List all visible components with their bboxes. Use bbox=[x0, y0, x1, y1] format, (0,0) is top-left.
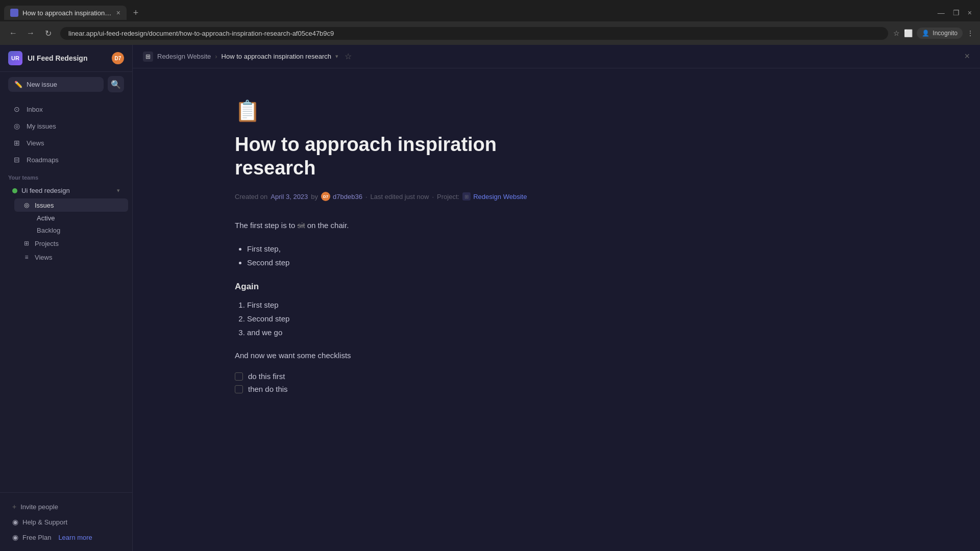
document-meta: Created on April 3, 2023 by D7 d7bdeb36 … bbox=[235, 192, 582, 201]
team-item-ui-feed[interactable]: Ui feed redesign ▾ bbox=[4, 183, 128, 198]
workspace-avatar: UR bbox=[8, 51, 22, 65]
main-content: ⊞ Redesign Website › How to approach ins… bbox=[133, 45, 980, 551]
sidebar-item-team-views[interactable]: ≡ Views bbox=[14, 251, 128, 264]
my-issues-label: My issues bbox=[27, 122, 56, 130]
sidebar-item-projects[interactable]: ⊞ Projects bbox=[14, 237, 128, 250]
ordered-item-3: and we go bbox=[247, 325, 582, 339]
backlog-label: Backlog bbox=[37, 227, 60, 234]
forward-button[interactable]: → bbox=[23, 26, 38, 40]
meta-separator-2: · bbox=[432, 193, 434, 201]
document-header: ⊞ Redesign Website › How to approach ins… bbox=[133, 45, 980, 68]
team-sub-nav: ◎ Issues Active Backlog ⊞ Projects ≡ Vie… bbox=[10, 198, 132, 264]
help-support-button[interactable]: ◉ Help & Support bbox=[4, 514, 128, 530]
sidebar-item-active[interactable]: Active bbox=[14, 212, 128, 224]
search-button[interactable]: 🔍 bbox=[108, 76, 124, 92]
project-label: Project: bbox=[437, 193, 459, 201]
inbox-icon: ⊙ bbox=[12, 105, 21, 114]
strikethrough-text: sit bbox=[298, 221, 305, 230]
learn-more-link[interactable]: Learn more bbox=[58, 534, 92, 541]
breadcrumb-current: How to approach inspiration research bbox=[222, 53, 331, 60]
sidebar-item-inbox[interactable]: ⊙ Inbox bbox=[4, 101, 128, 117]
sidebar: UR UI Feed Redesign D7 ✏️ New issue 🔍 ⊙ … bbox=[0, 45, 133, 551]
author-handle: d7bdeb36 bbox=[333, 193, 362, 201]
sidebar-actions: ✏️ New issue 🔍 bbox=[0, 72, 132, 96]
extensions-icon[interactable]: ⬜ bbox=[904, 29, 913, 37]
breadcrumb-separator: › bbox=[215, 53, 217, 60]
window-close-button[interactable]: × bbox=[968, 9, 972, 17]
team-name: Ui feed redesign bbox=[21, 187, 70, 194]
sidebar-bottom: + Invite people ◉ Help & Support ◉ Free … bbox=[0, 492, 132, 551]
address-bar: ← → ↻ linear.app/ui-feed-redesign/docume… bbox=[0, 21, 980, 45]
document-body: 📋 How to approach inspiration research C… bbox=[133, 68, 643, 551]
sidebar-item-issues[interactable]: ◎ Issues bbox=[14, 198, 128, 212]
back-button[interactable]: ← bbox=[6, 26, 20, 40]
free-plan-label: Free Plan bbox=[22, 534, 51, 541]
free-plan-icon: ◉ bbox=[12, 533, 18, 541]
author-avatar: D7 bbox=[321, 192, 330, 201]
sidebar-item-my-issues[interactable]: ◎ My issues bbox=[4, 118, 128, 134]
document-title: How to approach inspiration research bbox=[235, 133, 582, 180]
browser-more-button[interactable]: ⋮ bbox=[967, 29, 974, 37]
minimize-button[interactable]: — bbox=[938, 9, 945, 17]
new-tab-button[interactable]: + bbox=[129, 6, 143, 20]
help-label: Help & Support bbox=[22, 518, 67, 526]
tab-title: How to approach inspiration res... bbox=[22, 9, 112, 17]
sidebar-item-backlog[interactable]: Backlog bbox=[14, 224, 128, 236]
doc-header-project-icon: ⊞ bbox=[143, 52, 153, 62]
sidebar-item-views[interactable]: ⊞ Views bbox=[4, 135, 128, 151]
browser-chrome: How to approach inspiration res... × + —… bbox=[0, 0, 980, 45]
maximize-button[interactable]: ❐ bbox=[953, 9, 960, 17]
invite-icon: + bbox=[12, 503, 16, 511]
bookmark-icon[interactable]: ☆ bbox=[893, 29, 900, 37]
your-teams-label: Your teams bbox=[0, 168, 132, 183]
checkbox-1[interactable] bbox=[235, 372, 243, 381]
team-status-dot bbox=[12, 188, 17, 193]
project-icon: ⊞ bbox=[462, 192, 471, 201]
team-views-icon: ≡ bbox=[22, 253, 31, 261]
checklist-item-1[interactable]: do this first bbox=[235, 372, 582, 381]
ordered-item-2: Second step bbox=[247, 312, 582, 325]
breadcrumb-dropdown-chevron[interactable]: ▾ bbox=[335, 53, 338, 60]
free-plan-item[interactable]: ◉ Free Plan Learn more bbox=[4, 530, 128, 545]
issues-icon: ◎ bbox=[22, 201, 31, 209]
active-tab[interactable]: How to approach inspiration res... × bbox=[4, 6, 127, 20]
user-avatar[interactable]: D7 bbox=[112, 52, 124, 64]
nav-buttons: ← → ↻ bbox=[6, 26, 55, 40]
meta-separator-1: · bbox=[365, 193, 368, 201]
bullet-item-2: Second step bbox=[247, 256, 582, 269]
document-star-button[interactable]: ☆ bbox=[345, 52, 352, 61]
new-issue-icon: ✏️ bbox=[14, 81, 22, 88]
url-text: linear.app/ui-feed-redesign/document/how… bbox=[68, 30, 334, 37]
views-label: Views bbox=[27, 139, 44, 147]
breadcrumb-parent[interactable]: Redesign Website bbox=[157, 53, 211, 60]
project-info: ⊞ Redesign Website bbox=[462, 192, 527, 201]
checklist-item-2[interactable]: then do this bbox=[235, 385, 582, 393]
tab-favicon bbox=[10, 9, 18, 17]
my-issues-icon: ◎ bbox=[12, 121, 21, 131]
incognito-label: Incognito bbox=[933, 30, 958, 37]
new-issue-label: New issue bbox=[27, 81, 57, 88]
projects-icon: ⊞ bbox=[22, 239, 31, 247]
checklist-item-2-text: then do this bbox=[248, 385, 288, 393]
reload-button[interactable]: ↻ bbox=[41, 26, 55, 40]
by-label: by bbox=[311, 193, 318, 201]
ordered-item-1: First step bbox=[247, 298, 582, 312]
team-views-label: Views bbox=[35, 254, 52, 261]
views-icon: ⊞ bbox=[12, 138, 21, 147]
workspace-header[interactable]: UR UI Feed Redesign D7 bbox=[0, 45, 132, 72]
tab-controls: — ❐ × bbox=[938, 9, 976, 17]
invite-people-button[interactable]: + Invite people bbox=[4, 499, 128, 514]
document-close-button[interactable]: × bbox=[964, 51, 970, 62]
tab-close-button[interactable]: × bbox=[116, 9, 120, 17]
section-heading-again: Again bbox=[235, 282, 582, 292]
bullet-list: First step, Second step bbox=[247, 242, 582, 269]
app-layout: UR UI Feed Redesign D7 ✏️ New issue 🔍 ⊙ … bbox=[0, 45, 980, 551]
incognito-button[interactable]: 👤 Incognito bbox=[917, 28, 963, 39]
author-info: D7 d7bdeb36 bbox=[321, 192, 362, 201]
sidebar-item-roadmaps[interactable]: ⊟ Roadmaps bbox=[4, 152, 128, 168]
tab-bar: How to approach inspiration res... × + —… bbox=[0, 0, 980, 21]
project-link[interactable]: Redesign Website bbox=[473, 193, 527, 201]
url-bar[interactable]: linear.app/ui-feed-redesign/document/how… bbox=[60, 27, 888, 40]
checkbox-2[interactable] bbox=[235, 385, 243, 393]
new-issue-button[interactable]: ✏️ New issue bbox=[8, 77, 104, 92]
